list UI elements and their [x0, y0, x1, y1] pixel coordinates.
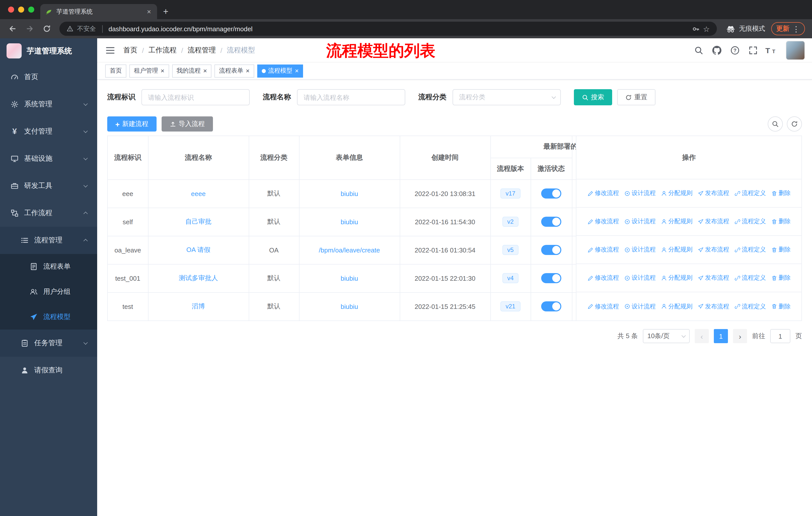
process-name-link[interactable]: 滔博 [192, 303, 205, 310]
tag-home[interactable]: 首页 [105, 64, 126, 77]
sidebar-item-user-group[interactable]: 用户分组 [0, 279, 97, 304]
fullscreen-icon[interactable] [745, 42, 762, 59]
font-size-icon[interactable]: TT [763, 42, 780, 59]
action-publish-link[interactable]: 发布流程 [697, 189, 729, 197]
action-publish-link[interactable]: 发布流程 [697, 245, 729, 254]
next-page-button[interactable]: › [733, 329, 747, 343]
new-tab-button[interactable]: + [157, 4, 174, 19]
action-delete-link[interactable]: 删除 [771, 189, 791, 197]
window-minimize-button[interactable] [18, 6, 24, 12]
sidebar-item-process-form[interactable]: 流程表单 [0, 254, 97, 279]
action-assign-link[interactable]: 分配规则 [661, 245, 692, 254]
action-assign-link[interactable]: 分配规则 [661, 274, 692, 282]
action-design-link[interactable]: 设计流程 [624, 302, 656, 311]
search-button[interactable]: 搜索 [574, 89, 612, 105]
sidebar-item-process-mgmt[interactable]: 流程管理 [0, 227, 97, 254]
tag-close-icon[interactable]: × [295, 67, 299, 74]
create-process-button[interactable]: + 新建流程 [107, 116, 156, 132]
forward-icon[interactable] [22, 21, 37, 36]
tab-close-icon[interactable]: × [146, 7, 152, 16]
action-assign-link[interactable]: 分配规则 [661, 189, 692, 197]
breadcrumb-item[interactable]: 流程管理 [188, 46, 216, 55]
process-name-link[interactable]: OA 请假 [186, 246, 210, 253]
github-icon[interactable] [708, 42, 725, 59]
status-toggle[interactable] [541, 188, 561, 198]
action-delete-link[interactable]: 删除 [771, 302, 791, 311]
action-definition-link[interactable]: 流程定义 [734, 217, 766, 226]
prev-page-button[interactable]: ‹ [695, 329, 709, 343]
sidebar-item-infra[interactable]: 基础设施 [0, 145, 97, 172]
action-modify-link[interactable]: 修改流程 [587, 217, 619, 226]
sidebar-item-process-model[interactable]: 流程模型 [0, 304, 97, 330]
action-design-link[interactable]: 设计流程 [624, 274, 656, 282]
tag-close-icon[interactable]: × [203, 67, 207, 74]
import-process-button[interactable]: 导入流程 [162, 116, 213, 132]
update-button[interactable]: 更新 ⋮ [771, 22, 805, 35]
tag-process-model[interactable]: 流程模型× [257, 64, 303, 77]
filter-category-select[interactable]: 流程分类 [453, 89, 561, 105]
back-icon[interactable] [5, 21, 20, 36]
tag-process-form[interactable]: 流程表单× [214, 64, 254, 77]
page-1-button[interactable]: 1 [714, 329, 728, 343]
filter-name-input[interactable] [297, 89, 405, 105]
action-delete-link[interactable]: 删除 [771, 217, 791, 226]
form-link[interactable]: biubiu [341, 274, 358, 282]
sidebar-item-home[interactable]: 首页 [0, 63, 97, 91]
breadcrumb-item[interactable]: 工作流程 [148, 46, 177, 55]
action-modify-link[interactable]: 修改流程 [587, 189, 619, 197]
action-definition-link[interactable]: 流程定义 [734, 245, 766, 254]
form-link[interactable]: /bpm/oa/leave/create [319, 246, 380, 254]
address-bar[interactable]: 不安全 dashboard.yudao.iocoder.cn/bpm/manag… [59, 22, 717, 36]
form-link[interactable]: biubiu [341, 190, 358, 197]
page-size-select[interactable]: 10条/页 [643, 329, 690, 343]
action-delete-link[interactable]: 删除 [771, 245, 791, 254]
sidebar-item-workflow[interactable]: 工作流程 [0, 199, 97, 227]
status-toggle[interactable] [541, 217, 561, 227]
action-delete-link[interactable]: 删除 [771, 274, 791, 282]
action-definition-link[interactable]: 流程定义 [734, 274, 766, 282]
sidebar-item-system[interactable]: 系统管理 [0, 91, 97, 118]
tag-close-icon[interactable]: × [246, 67, 250, 74]
status-toggle[interactable] [541, 273, 561, 283]
action-definition-link[interactable]: 流程定义 [734, 302, 766, 311]
action-design-link[interactable]: 设计流程 [624, 245, 656, 254]
status-toggle[interactable] [541, 245, 561, 255]
action-assign-link[interactable]: 分配规则 [661, 217, 692, 226]
form-link[interactable]: biubiu [341, 218, 358, 225]
status-toggle[interactable] [541, 302, 561, 312]
goto-page-input[interactable] [770, 329, 790, 343]
user-avatar[interactable] [786, 40, 805, 60]
tag-tenant[interactable]: 租户管理× [129, 64, 169, 77]
action-publish-link[interactable]: 发布流程 [697, 274, 729, 282]
action-definition-link[interactable]: 流程定义 [734, 189, 766, 197]
hamburger-icon[interactable] [97, 45, 123, 55]
action-publish-link[interactable]: 发布流程 [697, 302, 729, 311]
search-icon[interactable] [690, 42, 707, 59]
sidebar-item-devtools[interactable]: 研发工具 [0, 172, 97, 199]
action-modify-link[interactable]: 修改流程 [587, 302, 619, 311]
toggle-search-button[interactable] [768, 116, 783, 132]
help-icon[interactable]: ? [726, 42, 744, 59]
process-name-link[interactable]: eeee [191, 190, 206, 197]
action-design-link[interactable]: 设计流程 [624, 189, 656, 197]
form-link[interactable]: biubiu [341, 303, 358, 310]
window-zoom-button[interactable] [28, 6, 34, 12]
action-assign-link[interactable]: 分配规则 [661, 302, 692, 311]
process-name-link[interactable]: 测试多审批人 [179, 274, 218, 282]
browser-tab[interactable]: 芋道管理系统 × [40, 4, 157, 19]
window-close-button[interactable] [8, 6, 14, 12]
tag-my-process[interactable]: 我的流程× [172, 64, 211, 77]
sidebar-item-leave-query[interactable]: 请假查询 [0, 357, 97, 384]
sidebar-item-payment[interactable]: ¥支付管理 [0, 118, 97, 145]
action-design-link[interactable]: 设计流程 [624, 217, 656, 226]
action-modify-link[interactable]: 修改流程 [587, 274, 619, 282]
filter-id-input[interactable] [141, 89, 250, 105]
tag-close-icon[interactable]: × [161, 67, 164, 74]
password-key-icon[interactable] [692, 25, 699, 32]
reload-icon[interactable] [39, 21, 54, 36]
refresh-table-button[interactable] [787, 116, 802, 132]
action-publish-link[interactable]: 发布流程 [697, 217, 729, 226]
process-name-link[interactable]: 自己审批 [185, 218, 211, 225]
sidebar-item-task-mgmt[interactable]: 任务管理 [0, 330, 97, 357]
reset-button[interactable]: 重置 [617, 89, 656, 105]
